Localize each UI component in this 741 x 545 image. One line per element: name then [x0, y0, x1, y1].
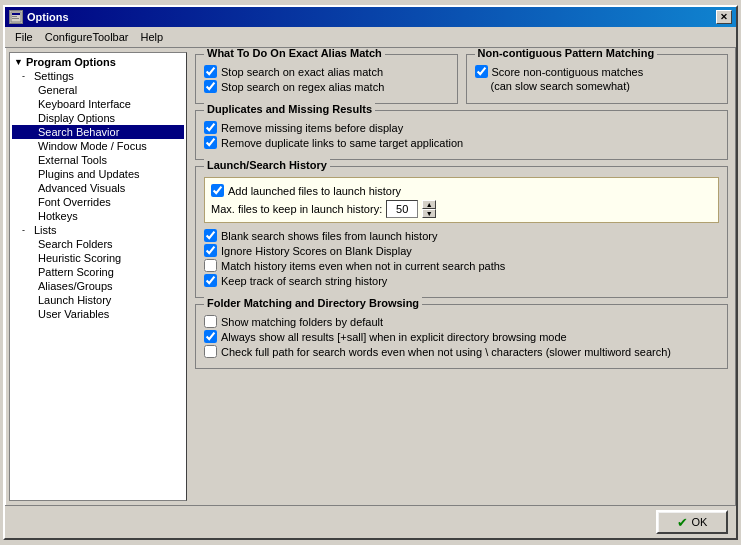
max-files-label: Max. files to keep in launch history: [211, 203, 382, 215]
window-title: Options [27, 11, 69, 23]
sidebar-item-advanced-visuals[interactable]: Advanced Visuals [12, 181, 184, 195]
checkbox-score-noncontiguous[interactable] [475, 65, 488, 78]
label-stop-exact: Stop search on exact alias match [221, 66, 383, 78]
menu-file[interactable]: File [9, 29, 39, 45]
sidebar-item-search-behavior[interactable]: Search Behavior [12, 125, 184, 139]
check-row-note: (can slow search somewhat) [475, 80, 720, 92]
check-row-score-noncontiguous: Score non-contiguous matches [475, 65, 720, 78]
sidebar-item-search-folders[interactable]: Search Folders [12, 237, 184, 251]
checkbox-always-show[interactable] [204, 330, 217, 343]
label-blank-shows: Blank search shows files from launch his… [221, 230, 437, 242]
duplicates-title: Duplicates and Missing Results [204, 103, 375, 115]
sidebar-item-general[interactable]: General [12, 83, 184, 97]
sidebar-label: Heuristic Scoring [38, 252, 121, 264]
check-row-always-show: Always show all results [+sall] when in … [204, 330, 719, 343]
sidebar-label: Display Options [38, 112, 115, 124]
checkbox-ignore-scores[interactable] [204, 244, 217, 257]
label-score-noncontiguous: Score non-contiguous matches [492, 66, 644, 78]
non-contiguous-title: Non-contiguous Pattern Matching [475, 48, 658, 59]
sidebar-label: User Variables [38, 308, 109, 320]
check-row-stop-regex: Stop search on regex alias match [204, 80, 449, 93]
check-row-remove-missing: Remove missing items before display [204, 121, 719, 134]
expand-icon: ▼ [14, 57, 24, 67]
check-row-stop-exact: Stop search on exact alias match [204, 65, 449, 78]
sidebar-item-settings[interactable]: -Settings [12, 69, 184, 83]
check-row-remove-duplicate: Remove duplicate links to same target ap… [204, 136, 719, 149]
menu-configure-toolbar[interactable]: ConfigureToolbar [39, 29, 135, 45]
sidebar-item-window-mode[interactable]: Window Mode / Focus [12, 139, 184, 153]
add-launched-checkbox[interactable] [211, 184, 224, 197]
sidebar-item-program-options[interactable]: ▼Program Options [12, 55, 184, 69]
launch-history-inner: Add launched files to launch history Max… [204, 177, 719, 223]
sidebar-label: Hotkeys [38, 210, 78, 222]
title-controls: ✕ [716, 10, 732, 24]
sidebar-item-aliases-groups[interactable]: Aliases/Groups [12, 279, 184, 293]
checkbox-stop-regex[interactable] [204, 80, 217, 93]
sidebar-item-display-options[interactable]: Display Options [12, 111, 184, 125]
sidebar-item-lists[interactable]: -Lists [12, 223, 184, 237]
folder-matching-group: Folder Matching and Directory Browsing S… [195, 304, 728, 369]
sidebar-item-external-tools[interactable]: External Tools [12, 153, 184, 167]
checkbox-check-full[interactable] [204, 345, 217, 358]
checkbox-stop-exact[interactable] [204, 65, 217, 78]
sidebar: ▼Program Options-SettingsGeneralKeyboard… [9, 52, 187, 501]
max-files-input[interactable] [386, 200, 418, 218]
duplicates-group: Duplicates and Missing Results Remove mi… [195, 110, 728, 160]
row1: What To Do On Exact Alias Match Stop sea… [195, 54, 728, 104]
add-launched-row: Add launched files to launch history [211, 184, 712, 197]
spinner-down[interactable]: ▼ [422, 209, 436, 218]
checkbox-match-history[interactable] [204, 259, 217, 272]
ok-button[interactable]: ✔ OK [656, 510, 728, 534]
checkbox-show-folders[interactable] [204, 315, 217, 328]
content-area: ▼Program Options-SettingsGeneralKeyboard… [5, 48, 736, 505]
duplicates-content: Remove missing items before displayRemov… [204, 121, 719, 149]
sidebar-label: Lists [34, 224, 57, 236]
checkbox-remove-missing[interactable] [204, 121, 217, 134]
label-remove-missing: Remove missing items before display [221, 122, 403, 134]
sidebar-item-keyboard-interface[interactable]: Keyboard Interface [12, 97, 184, 111]
label-check-full: Check full path for search words even wh… [221, 346, 671, 358]
sidebar-item-launch-history[interactable]: Launch History [12, 293, 184, 307]
launch-history-group: Launch/Search History Add launched files… [195, 166, 728, 298]
label-always-show: Always show all results [+sall] when in … [221, 331, 567, 343]
label-match-history: Match history items even when not in cur… [221, 260, 505, 272]
non-contiguous-group: Non-contiguous Pattern Matching Score no… [466, 54, 729, 104]
close-button[interactable]: ✕ [716, 10, 732, 24]
checkbox-remove-duplicate[interactable] [204, 136, 217, 149]
label-show-folders: Show matching folders by default [221, 316, 383, 328]
check-row-ignore-scores: Ignore History Scores on Blank Display [204, 244, 719, 257]
sidebar-item-heuristic-scoring[interactable]: Heuristic Scoring [12, 251, 184, 265]
sidebar-label: Pattern Scoring [38, 266, 114, 278]
expand-icon: - [22, 225, 32, 235]
label-stop-regex: Stop search on regex alias match [221, 81, 384, 93]
sidebar-item-hotkeys[interactable]: Hotkeys [12, 209, 184, 223]
menu-help[interactable]: Help [135, 29, 170, 45]
checkbox-keep-track[interactable] [204, 274, 217, 287]
non-contiguous-content: Score non-contiguous matches(can slow se… [475, 65, 720, 92]
options-window: Options ✕ File ConfigureToolbar Help ▼Pr… [3, 5, 738, 540]
svg-rect-2 [12, 16, 17, 17]
svg-rect-3 [12, 18, 19, 19]
label-remove-duplicate: Remove duplicate links to same target ap… [221, 137, 463, 149]
folder-matching-content: Show matching folders by defaultAlways s… [204, 315, 719, 358]
launch-history-content: Add launched files to launch history Max… [204, 177, 719, 287]
exact-alias-group: What To Do On Exact Alias Match Stop sea… [195, 54, 458, 104]
sidebar-item-pattern-scoring[interactable]: Pattern Scoring [12, 265, 184, 279]
sidebar-label: Search Behavior [38, 126, 119, 138]
title-bar: Options ✕ [5, 7, 736, 27]
label-keep-track: Keep track of search string history [221, 275, 387, 287]
checkbox-blank-shows[interactable] [204, 229, 217, 242]
ok-label: OK [692, 516, 708, 528]
static-note: (can slow search somewhat) [491, 80, 630, 92]
launch-history-title: Launch/Search History [204, 159, 330, 171]
sidebar-item-user-variables[interactable]: User Variables [12, 307, 184, 321]
check-row-blank-shows: Blank search shows files from launch his… [204, 229, 719, 242]
sidebar-label: Launch History [38, 294, 111, 306]
sidebar-label: Keyboard Interface [38, 98, 131, 110]
spinner-up[interactable]: ▲ [422, 200, 436, 209]
svg-rect-1 [12, 13, 20, 15]
check-row-check-full: Check full path for search words even wh… [204, 345, 719, 358]
sidebar-label: Search Folders [38, 238, 113, 250]
sidebar-item-font-overrides[interactable]: Font Overrides [12, 195, 184, 209]
sidebar-item-plugins-updates[interactable]: Plugins and Updates [12, 167, 184, 181]
